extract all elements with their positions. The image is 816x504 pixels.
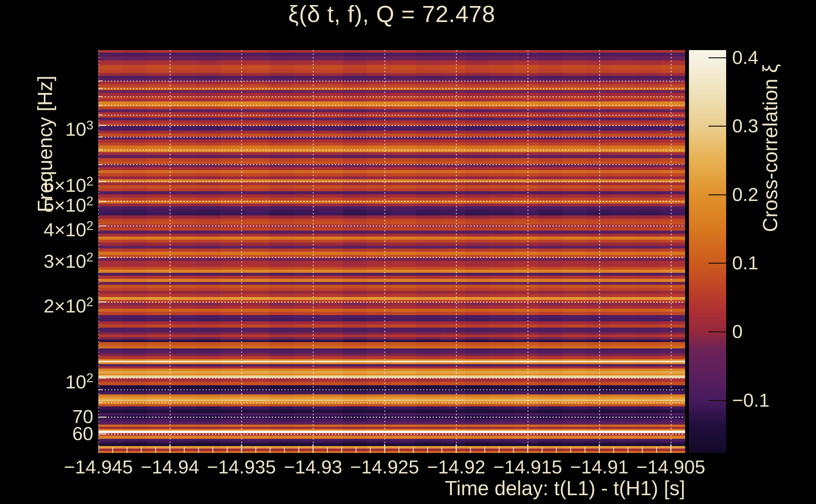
x-tick-label: −14.91 [570,456,629,478]
y-tick-label: 3×102 [0,245,93,273]
x-tick-label: −14.915 [493,456,562,478]
heatmap-canvas [98,50,685,453]
x-tick-label: −14.93 [284,456,342,478]
y-tick-label: 4×102 [0,214,93,242]
x-tick-label: −14.945 [64,456,133,478]
x-tick-label: −14.905 [636,456,705,478]
x-tick-label: −14.94 [141,456,199,478]
colorbar-tick-label: 0 [732,320,743,344]
colorbar-tick-label: −0.1 [732,388,769,412]
colorbar-tick-label: 0.4 [732,46,758,70]
colorbar-tick-label: 0.3 [732,114,758,138]
y-tick-label: 2×102 [0,290,93,318]
x-tick-label: −14.935 [207,456,276,478]
colorbar-label: Cross-correlation ξ [759,64,782,232]
colorbar-tick-label: 0.2 [732,183,758,207]
y-tick-label: 60 [0,422,93,446]
x-tick-label: −14.925 [350,456,419,478]
y-tick-label: 5×102 [0,189,93,217]
colorbar-tick-label: 0.1 [732,251,758,275]
y-tick-label: 102 [0,366,93,394]
figure: ξ(δ t, f), Q = 72.478 Frequency [Hz] Tim… [0,0,816,504]
y-tick-label: 103 [0,113,93,141]
x-axis-label: Time delay: t(L1) - t(H1) [s] [445,477,685,500]
colorbar-canvas [689,50,726,453]
chart-title: ξ(δ t, f), Q = 72.478 [98,1,685,27]
x-tick-label: −14.92 [427,456,485,478]
